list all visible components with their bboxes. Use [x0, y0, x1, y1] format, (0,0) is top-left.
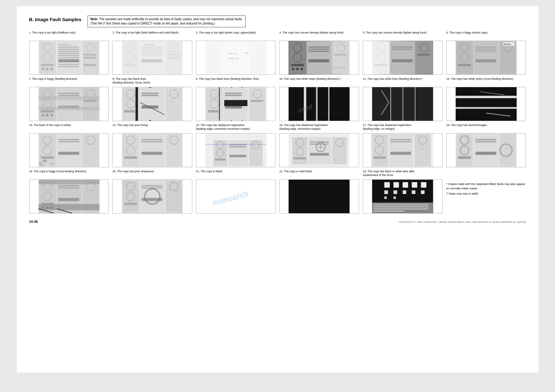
sample-14-image — [112, 133, 192, 167]
svg-rect-139 — [250, 100, 263, 102]
svg-rect-201 — [310, 143, 329, 145]
sample-8-image — [112, 87, 192, 121]
svg-rect-54 — [291, 64, 304, 66]
svg-rect-58 — [307, 42, 332, 74]
svg-rect-230 — [499, 134, 516, 166]
svg-point-55 — [292, 68, 294, 70]
sample-22: 22. The copy is solid black. — [279, 170, 359, 214]
svg-rect-125 — [206, 88, 223, 120]
svg-rect-191 — [249, 140, 262, 166]
svg-point-98 — [42, 114, 44, 116]
svg-rect-108 — [39, 96, 99, 100]
sample-16: 16. The copy has displaced registration(… — [279, 124, 359, 167]
svg-rect-133 — [225, 93, 242, 94]
svg-rect-87 — [475, 51, 496, 52]
svg-rect-274 — [412, 190, 416, 194]
svg-rect-88 — [475, 59, 496, 62]
sample-4: 4. The copy has uneven density (darker a… — [279, 31, 359, 75]
svg-rect-126 — [219, 87, 220, 121]
sample-23-image — [363, 179, 443, 214]
svg-rect-271 — [384, 190, 388, 194]
svg-rect-269 — [412, 182, 417, 188]
svg-rect-152 — [456, 96, 516, 98]
svg-rect-11 — [58, 49, 79, 50]
svg-rect-178 — [142, 141, 162, 142]
sample-2-image: Too light — [112, 41, 192, 75]
svg-rect-160 — [41, 156, 54, 159]
svg-rect-264 — [289, 180, 350, 213]
sample-5: 5. The copy has uneven density (lighter … — [363, 31, 443, 75]
sample-17-label: 17. The copy has displaced registration(… — [363, 124, 443, 132]
sample-6-image: Too da — [446, 41, 526, 75]
svg-rect-103 — [58, 95, 79, 96]
svg-rect-212 — [373, 156, 386, 159]
svg-rect-243 — [58, 198, 79, 201]
svg-rect-42 — [206, 42, 223, 74]
sample-6: 6. The copy is foggy (entire copy). — [446, 31, 526, 75]
note-line2: (The NA-3 Test Sheet was copied in DIREC… — [90, 22, 215, 25]
sample-12: 12. The copy has white strips (cross-fee… — [446, 77, 526, 121]
svg-rect-116 — [124, 110, 135, 113]
svg-rect-71 — [375, 64, 387, 66]
sample-21: 21. The copy is blank. manualsh — [196, 170, 276, 214]
svg-rect-260 — [166, 180, 182, 213]
svg-rect-25 — [122, 42, 139, 74]
svg-rect-29 — [140, 42, 165, 74]
svg-rect-65 — [334, 54, 347, 56]
sample-19-label: 19. The copy is foggy (cross-feeding dir… — [29, 170, 109, 178]
svg-rect-270 — [421, 182, 426, 188]
sample-5-image — [363, 41, 443, 75]
sample-9-image — [196, 87, 276, 121]
svg-point-6 — [46, 68, 48, 70]
sample-9: 9. The copy has black lines (feeding dir… — [196, 77, 276, 121]
svg-rect-190 — [230, 155, 246, 157]
svg-rect-101 — [57, 88, 81, 120]
svg-rect-119 — [142, 95, 158, 96]
sample-7-label: 7. The copy is foggy (feeding direction)… — [29, 77, 109, 86]
svg-rect-222 — [456, 134, 473, 166]
sample-11-image — [363, 87, 443, 121]
sample-19-image — [29, 179, 109, 214]
svg-rect-148 — [415, 87, 416, 121]
sample-8: 8. The copy has black lines(feeding dire… — [112, 77, 192, 121]
svg-rect-14 — [58, 55, 79, 56]
svg-point-161 — [42, 159, 47, 162]
svg-rect-48 — [228, 58, 234, 59]
svg-rect-176 — [140, 134, 165, 166]
svg-rect-165 — [58, 139, 79, 140]
svg-rect-36 — [142, 59, 162, 62]
svg-rect-134 — [225, 95, 242, 96]
footnote-asterisk: * Copies made with the copyboard lifted;… — [446, 182, 526, 191]
svg-rect-215 — [390, 141, 411, 142]
sample-3: 3. The copy is too light (entire copy, a… — [196, 31, 276, 75]
svg-rect-206 — [332, 137, 347, 164]
sample-7-image — [29, 87, 109, 121]
svg-rect-255 — [140, 180, 165, 213]
svg-rect-202 — [310, 153, 329, 156]
svg-rect-39 — [167, 54, 180, 56]
svg-rect-280 — [374, 206, 429, 207]
sample-3-image — [196, 41, 276, 75]
page: B. Image Fault Samples Note: The samples… — [17, 6, 539, 372]
page-header: B. Image Fault Samples Note: The samples… — [29, 16, 526, 27]
sample-13-label: 13. The back of the copy is soiled. — [29, 124, 109, 132]
svg-rect-62 — [308, 59, 329, 62]
svg-rect-72 — [390, 42, 415, 74]
copyright: COPYRIGHT © 1999 CANON INC. CANON 400/33… — [399, 221, 526, 223]
sample-2: 2. The copy is too light (both halftone … — [112, 31, 192, 75]
svg-rect-200 — [310, 142, 329, 143]
svg-rect-78 — [417, 54, 430, 56]
svg-text:Some text content: Some text content — [334, 67, 346, 69]
sample-4-image: Some text content — [279, 41, 359, 75]
svg-rect-49 — [236, 58, 238, 59]
svg-rect-121 — [166, 88, 182, 120]
sample-13: 13. The back of the copy is soiled. — [29, 124, 109, 167]
svg-rect-216 — [390, 152, 411, 155]
svg-rect-180 — [166, 134, 182, 166]
svg-rect-32 — [142, 49, 162, 50]
svg-rect-63 — [333, 42, 349, 74]
svg-rect-228 — [475, 141, 496, 142]
page-number: 14-36 — [29, 220, 38, 223]
svg-rect-75 — [392, 59, 413, 62]
svg-rect-105 — [82, 88, 99, 120]
